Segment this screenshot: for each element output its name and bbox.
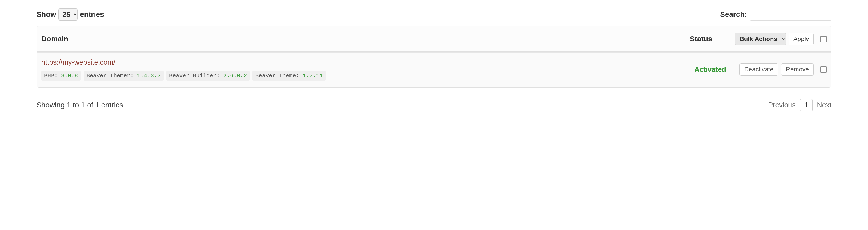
col-header-status: Status bbox=[690, 35, 735, 43]
current-page: 1 bbox=[800, 99, 812, 111]
search-input[interactable] bbox=[750, 9, 831, 21]
table-header: Domain Status Bulk Actions Apply bbox=[37, 26, 831, 52]
tag-version: 2.6.0.2 bbox=[223, 72, 247, 79]
tag-beaver-theme: Beaver Theme: 1.7.11 bbox=[252, 71, 326, 81]
previous-page[interactable]: Previous bbox=[768, 101, 795, 109]
row-checkbox[interactable] bbox=[820, 66, 827, 72]
remove-button[interactable]: Remove bbox=[781, 63, 814, 76]
table-footer: Showing 1 to 1 of 1 entries Previous 1 N… bbox=[37, 99, 831, 111]
tag-beaver-builder: Beaver Builder: 2.6.0.2 bbox=[166, 71, 250, 81]
table-row: https://my-website.com/ PHP: 8.0.8 Beave… bbox=[37, 53, 831, 88]
show-label-pre: Show bbox=[37, 10, 56, 19]
next-page[interactable]: Next bbox=[817, 101, 831, 109]
tag-version: 1.7.11 bbox=[303, 72, 323, 79]
deactivate-button[interactable]: Deactivate bbox=[739, 63, 778, 76]
select-all-checkbox[interactable] bbox=[820, 36, 827, 42]
show-label-post: entries bbox=[80, 10, 104, 19]
bulk-actions-select[interactable]: Bulk Actions bbox=[735, 33, 786, 45]
tag-label: Beaver Builder: bbox=[169, 72, 220, 79]
cell-domain: https://my-website.com/ PHP: 8.0.8 Beave… bbox=[41, 58, 694, 81]
version-tags: PHP: 8.0.8 Beaver Themer: 1.4.3.2 Beaver… bbox=[41, 71, 694, 81]
show-entries: Show 25 entries bbox=[37, 8, 104, 21]
col-header-domain: Domain bbox=[41, 35, 690, 43]
tag-label: PHP: bbox=[44, 72, 58, 79]
cell-status: Activated bbox=[694, 66, 739, 74]
tag-label: Beaver Theme: bbox=[255, 72, 299, 79]
tag-beaver-themer: Beaver Themer: 1.4.3.2 bbox=[84, 71, 163, 81]
showing-info: Showing 1 to 1 of 1 entries bbox=[37, 101, 123, 109]
tag-label: Beaver Themer: bbox=[86, 72, 134, 79]
tag-version: 1.4.3.2 bbox=[137, 72, 161, 79]
tag-php: PHP: 8.0.8 bbox=[41, 71, 81, 81]
apply-button[interactable]: Apply bbox=[788, 33, 814, 45]
pagination: Previous 1 Next bbox=[768, 99, 831, 111]
search-label: Search: bbox=[720, 10, 747, 19]
domain-link[interactable]: https://my-website.com/ bbox=[41, 58, 115, 66]
cell-actions: Deactivate Remove bbox=[739, 63, 827, 76]
col-header-actions: Bulk Actions Apply bbox=[735, 33, 827, 45]
search-wrap: Search: bbox=[720, 9, 831, 21]
page-size-select[interactable]: 25 bbox=[58, 8, 78, 21]
domains-table: Domain Status Bulk Actions Apply https:/… bbox=[37, 26, 831, 88]
tag-version: 8.0.8 bbox=[61, 72, 78, 79]
table-body: https://my-website.com/ PHP: 8.0.8 Beave… bbox=[37, 52, 831, 88]
